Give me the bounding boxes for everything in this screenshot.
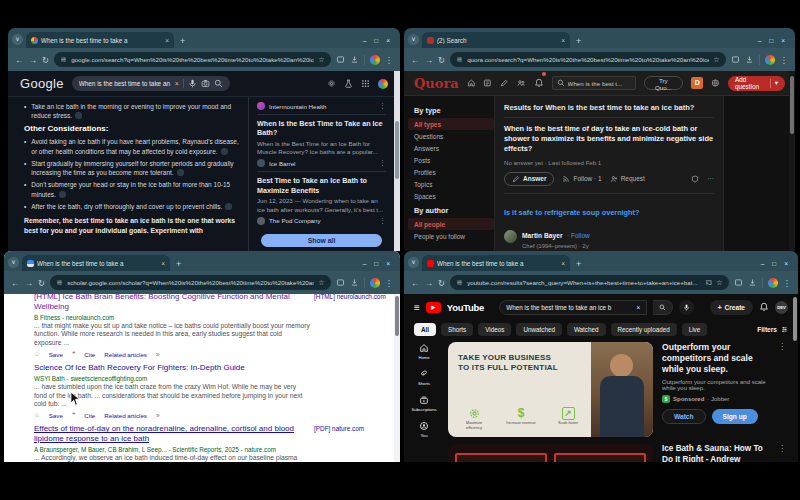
bookmark-star-icon[interactable]: ☆ bbox=[713, 56, 719, 64]
google-logo[interactable]: Google bbox=[20, 76, 64, 91]
forward-button[interactable]: → bbox=[425, 55, 434, 65]
settings-gear-icon[interactable] bbox=[327, 79, 336, 88]
tab-search-chevron-icon[interactable]: ∨ bbox=[408, 257, 419, 268]
chip-recently-uploaded[interactable]: Recently uploaded bbox=[611, 323, 677, 336]
hamburger-menu-icon[interactable]: ≡ bbox=[414, 302, 420, 313]
page-scrollbar[interactable] bbox=[789, 71, 795, 251]
browser-tab[interactable]: When is the best time to take a × bbox=[422, 255, 570, 271]
link-icon[interactable] bbox=[177, 169, 184, 176]
bookmark-star-icon[interactable]: ☆ bbox=[716, 279, 722, 287]
reload-button[interactable]: ↻ bbox=[42, 55, 49, 65]
filter-questions[interactable]: Questions bbox=[408, 130, 494, 142]
lens-icon[interactable] bbox=[201, 79, 210, 88]
reading-list-icon[interactable] bbox=[734, 278, 743, 287]
site-info-icon[interactable] bbox=[456, 56, 463, 63]
author-avatar[interactable] bbox=[504, 230, 517, 243]
cast-icon[interactable] bbox=[705, 279, 712, 286]
filter-all-types[interactable]: All types bbox=[408, 118, 494, 130]
author-name[interactable]: Martin Bayer bbox=[522, 232, 563, 239]
close-button[interactable]: × bbox=[386, 260, 390, 267]
filter-profiles[interactable]: Profiles bbox=[408, 166, 494, 178]
close-button[interactable]: × bbox=[386, 37, 390, 44]
downvote-shield-icon[interactable] bbox=[691, 175, 699, 183]
scrollbar-thumb[interactable] bbox=[793, 297, 797, 341]
card-kebab-icon[interactable]: ⋮ bbox=[379, 159, 386, 167]
new-tab-button[interactable]: + bbox=[176, 259, 181, 269]
tab-close-icon[interactable]: × bbox=[561, 37, 565, 44]
tab-search-chevron-icon[interactable]: ∨ bbox=[8, 257, 19, 268]
filter-topics[interactable]: Topics bbox=[408, 178, 494, 190]
forward-button[interactable]: → bbox=[29, 55, 38, 65]
close-button[interactable]: × bbox=[784, 260, 788, 267]
link-icon[interactable] bbox=[59, 191, 66, 198]
tab-close-icon[interactable]: × bbox=[161, 260, 165, 267]
chip-watched[interactable]: Watched bbox=[567, 323, 606, 336]
clear-search-icon[interactable]: × bbox=[636, 304, 640, 311]
browser-tab[interactable]: (2) Search × bbox=[422, 32, 570, 48]
link-icon[interactable] bbox=[221, 148, 228, 155]
related-articles-link[interactable]: Related articles bbox=[104, 412, 147, 419]
maximize-button[interactable]: □ bbox=[769, 37, 773, 44]
new-tab-button[interactable]: + bbox=[576, 259, 581, 269]
menu-kebab-icon[interactable]: ⋮ bbox=[783, 278, 792, 288]
cite-link[interactable]: Cite bbox=[84, 412, 95, 419]
question-title[interactable]: When is the best time of day to take an … bbox=[504, 124, 714, 155]
card-kebab-icon[interactable]: ⋮ bbox=[379, 217, 386, 225]
address-bar[interactable]: youtube.com/results?search_query=When+is… bbox=[450, 275, 728, 290]
bookmark-star-icon[interactable]: ☆ bbox=[318, 56, 324, 64]
video-title[interactable]: Ice Bath & Sauna: How To Do It Right - A… bbox=[662, 444, 774, 462]
search-icon[interactable] bbox=[214, 79, 223, 88]
request-button[interactable]: Request bbox=[610, 175, 645, 183]
download-icon[interactable] bbox=[350, 278, 359, 287]
sidebar-item-you[interactable]: You bbox=[419, 421, 429, 438]
answer-button[interactable]: Answer bbox=[504, 172, 554, 186]
watch-button[interactable]: Watch bbox=[662, 409, 706, 424]
more-options-icon[interactable]: ⋯ bbox=[707, 175, 714, 183]
ad-thumbnail[interactable]: TAKE YOUR BUSINESS TO ITS FULL POTENTIAL… bbox=[448, 342, 653, 437]
more-actions-icon[interactable]: » bbox=[156, 412, 160, 419]
write-pencil-icon[interactable] bbox=[500, 78, 509, 88]
quora-search-box[interactable]: When is the best t... bbox=[552, 76, 636, 90]
try-quora-plus-button[interactable]: Try Quo... bbox=[644, 76, 684, 90]
scrollbar-thumb[interactable] bbox=[790, 76, 794, 134]
filter-posts[interactable]: Posts bbox=[408, 154, 494, 166]
address-bar[interactable]: google.com/search?q=When%20is%20the%20be… bbox=[54, 52, 330, 67]
browser-tab[interactable]: When is the best time to take a × bbox=[26, 32, 174, 48]
voice-search-icon[interactable] bbox=[188, 79, 197, 88]
back-button[interactable]: ← bbox=[11, 278, 20, 288]
more-actions-icon[interactable]: » bbox=[156, 351, 160, 358]
sign-up-button[interactable]: Sign up bbox=[712, 409, 758, 424]
maximize-button[interactable]: □ bbox=[374, 37, 378, 44]
follow-button[interactable]: Follow · 1 bbox=[562, 175, 601, 183]
youtube-wordmark[interactable]: YouTube bbox=[447, 302, 484, 313]
account-avatar[interactable] bbox=[378, 79, 388, 89]
source-card-title[interactable]: When Is the Best Time to Take an Ice Bat… bbox=[257, 119, 386, 138]
reading-list-icon[interactable] bbox=[336, 55, 345, 64]
reload-button[interactable]: ↻ bbox=[38, 278, 45, 288]
menu-kebab-icon[interactable]: ⋮ bbox=[780, 55, 789, 65]
sidebar-item-shorts[interactable]: Shorts bbox=[418, 369, 430, 386]
filter-answers[interactable]: Answers bbox=[408, 142, 494, 154]
create-button[interactable]: + Create bbox=[710, 300, 753, 315]
new-tab-button[interactable]: + bbox=[576, 36, 581, 46]
back-button[interactable]: ← bbox=[15, 55, 24, 65]
source-row[interactable]: The Pod Company ⋮ bbox=[257, 217, 386, 225]
page-scrollbar[interactable] bbox=[394, 71, 400, 251]
close-button[interactable]: × bbox=[781, 37, 785, 44]
maximize-button[interactable]: □ bbox=[772, 260, 776, 267]
reading-list-icon[interactable] bbox=[731, 55, 740, 64]
scrollbar-thumb[interactable] bbox=[395, 121, 399, 179]
filter-all-people[interactable]: All people bbox=[408, 218, 494, 230]
apps-grid-icon[interactable] bbox=[361, 79, 370, 88]
link-icon[interactable] bbox=[75, 112, 82, 119]
answer-question-link[interactable]: Is it safe to refrigerate soup overnight… bbox=[504, 208, 639, 217]
minimize-button[interactable]: – bbox=[761, 260, 765, 267]
advertiser-name[interactable]: · Jobber bbox=[707, 396, 729, 402]
chip-unwatched[interactable]: Unwatched bbox=[516, 323, 562, 336]
video-result-row[interactable]: Ice Bath & Sauna: How To Do It Right - A… bbox=[448, 444, 786, 462]
sidebar-item-home[interactable]: Home bbox=[418, 343, 429, 360]
tab-close-icon[interactable]: × bbox=[165, 37, 169, 44]
menu-kebab-icon[interactable]: ⋮ bbox=[385, 55, 394, 65]
cite-link[interactable]: Cite bbox=[84, 351, 95, 358]
source-row[interactable]: Ice Barrel ⋮ bbox=[257, 159, 386, 167]
